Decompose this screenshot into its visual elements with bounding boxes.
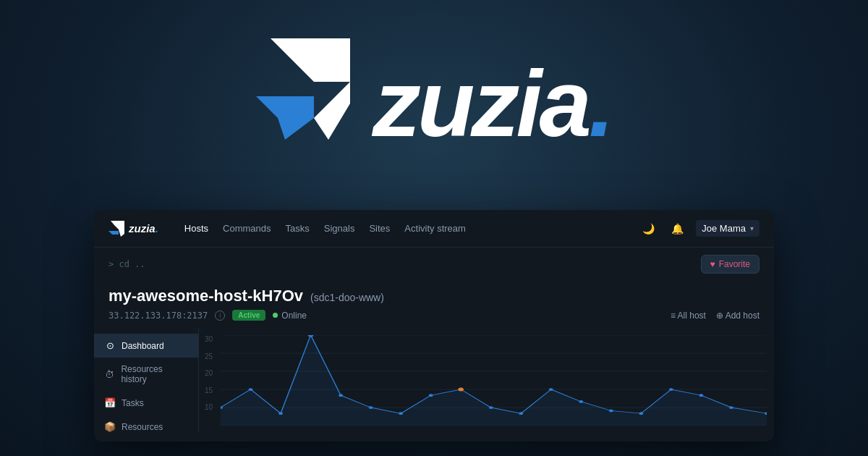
main-content: ⊙ Dashboard ⏱ Resources history 📅 Tasks … [94,328,774,433]
info-icon[interactable]: i [215,311,225,321]
svg-point-28 [609,410,613,413]
svg-point-27 [579,400,583,403]
svg-point-22 [429,394,433,397]
svg-marker-4 [314,82,350,140]
favorite-label: Favorite [719,259,750,269]
host-title-row: my-awesome-host-kH7Ov (sdc1-doo-www) [109,287,760,305]
host-meta: 33.122.133.178:2137 i Active Online ≡ Al… [109,310,760,321]
svg-point-21 [399,412,403,415]
host-name: my-awesome-host-kH7Ov [109,287,303,305]
svg-point-32 [729,406,733,409]
host-actions: ≡ All host ⊕ Add host [671,311,760,321]
nav-signals[interactable]: Signals [324,220,355,237]
sidebar: ⊙ Dashboard ⏱ Resources history 📅 Tasks … [94,328,199,433]
brand-icon [109,221,124,237]
svg-marker-1 [292,60,350,82]
svg-point-19 [339,394,343,397]
hero-section: zuzia. [0,0,868,206]
status-dot [273,313,278,318]
nav-activity-stream[interactable]: Activity stream [404,220,466,237]
heart-icon: ♥ [710,259,715,269]
hero-logo-icon [256,38,350,169]
svg-point-16 [249,388,253,391]
active-badge: Active [232,310,265,321]
svg-marker-3 [278,118,314,140]
svg-marker-5 [111,221,124,225]
nav-sites[interactable]: Sites [369,220,390,237]
y-label-25: 25 [205,352,213,360]
online-status: Online [273,311,307,321]
svg-point-23 [458,388,464,392]
favorite-button[interactable]: ♥ Favorite [701,255,760,274]
nav-commands[interactable]: Commands [223,220,271,237]
user-menu[interactable]: Joe Mama ▾ [696,220,760,237]
user-chevron: ▾ [750,224,754,232]
sidebar-label-resources-history: Resources history [121,364,188,384]
sidebar-item-resources-history[interactable]: ⏱ Resources history [94,358,198,391]
nav-tasks[interactable]: Tasks [286,220,310,237]
dashboard-icon: ⊙ [104,340,116,351]
hero-logo-text: zuzia. [373,56,612,151]
host-alias: (sdc1-doo-www) [310,292,384,303]
y-label-15: 15 [205,387,213,394]
sidebar-item-dashboard[interactable]: ⊙ Dashboard [94,334,198,358]
brand-name: zuzia. [129,222,158,235]
add-host-link[interactable]: ⊕ Add host [716,311,760,321]
y-label-20: 20 [205,369,213,377]
svg-point-31 [699,394,704,397]
svg-marker-7 [109,231,119,235]
host-header: my-awesome-host-kH7Ov (sdc1-doo-www) 33.… [94,281,774,328]
breadcrumb: > cd .. [109,259,145,269]
username: Joe Mama [702,223,746,234]
resources-history-icon: ⏱ [104,369,115,380]
svg-marker-2 [256,96,314,118]
y-label-10: 10 [205,403,213,411]
tasks-icon: 📅 [104,397,116,408]
dark-mode-button[interactable]: 🌙 [638,219,658,239]
sidebar-item-tasks[interactable]: 📅 Tasks [94,391,198,415]
sidebar-label-resources: Resources [122,422,163,432]
chart-svg [221,335,767,426]
nav-right: 🌙 🔔 Joe Mama ▾ [638,219,760,239]
resources-icon: 📦 [104,421,116,432]
svg-point-25 [519,412,523,415]
chart-y-labels: 30 25 20 15 10 [205,335,213,411]
nav-hosts[interactable]: Hosts [184,220,208,237]
svg-point-30 [669,388,673,391]
sidebar-item-resources[interactable]: 📦 Resources [94,415,198,439]
all-host-link[interactable]: ≡ All host [671,311,706,321]
chart-svg-wrapper [221,335,767,426]
svg-point-20 [369,406,373,409]
sidebar-label-tasks: Tasks [122,398,144,408]
app-window: zuzia. Hosts Commands Tasks Signals Site… [94,210,774,442]
svg-marker-0 [271,38,350,60]
nav-links: Hosts Commands Tasks Signals Sites Activ… [184,220,621,237]
notifications-button[interactable]: 🔔 [667,219,687,239]
breadcrumb-bar: > cd .. ♥ Favorite [94,248,774,281]
navbar: zuzia. Hosts Commands Tasks Signals Site… [94,210,774,248]
nav-brand[interactable]: zuzia. [109,221,158,237]
svg-point-17 [278,412,283,415]
sidebar-label-dashboard: Dashboard [122,341,164,351]
svg-point-24 [489,406,493,409]
y-label-30: 30 [205,335,213,343]
chart-area: 30 25 20 15 10 [199,328,774,433]
status-label: Online [281,311,307,321]
svg-point-29 [639,412,644,415]
host-ip: 33.122.133.178:2137 [109,311,208,321]
svg-point-18 [308,335,314,337]
svg-point-26 [549,388,553,391]
